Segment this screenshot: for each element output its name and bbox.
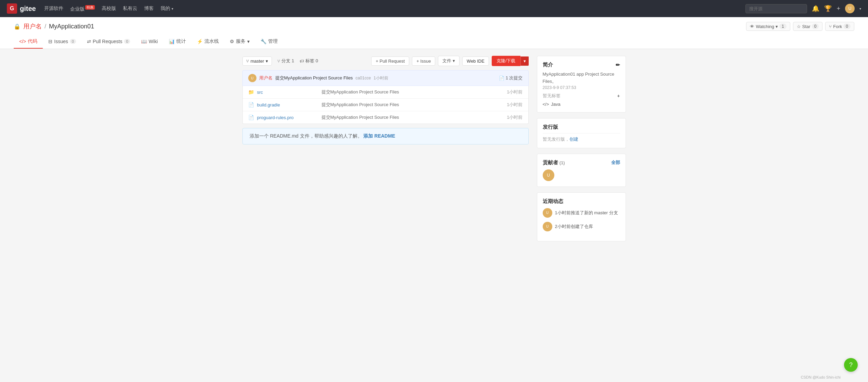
tag-icon: 🏷 [300, 59, 304, 64]
download-button[interactable]: 克隆/下载 [492, 56, 520, 66]
commit-count: 📄 1 次提交 [499, 75, 523, 81]
add-icon[interactable]: + [836, 5, 840, 12]
web-ide-button[interactable]: Web IDE [462, 56, 489, 66]
file-name-src[interactable]: src [257, 90, 319, 95]
tag-row: 暂无标签 + [543, 93, 620, 99]
no-tags-label: 暂无标签 [543, 93, 561, 99]
file-chevron-icon: ▾ [453, 58, 455, 63]
commit-time: 1小时前 [374, 75, 388, 81]
issues-icon: ⊟ [48, 39, 52, 44]
repo-header: 🔒 用户名 / MyApplication01 👁 Watching ▾ 1 ☆… [0, 17, 868, 49]
pr-icon: ⇄ [87, 39, 91, 44]
commit-author-name[interactable]: 用户名 [259, 75, 273, 81]
file-row-gradle: 📄 build.gradle 提交MyApplication Project S… [243, 99, 528, 111]
file-commit-msg-proguard: 提交MyApplication Project Source Files [322, 114, 504, 120]
tab-code[interactable]: </> 代码 [14, 35, 43, 49]
logo-text: gitee [20, 5, 36, 13]
tab-wiki[interactable]: 📖 Wiki [136, 35, 163, 49]
folder-icon: 📁 [248, 89, 254, 95]
activity-avatar-1[interactable]: U [543, 208, 552, 218]
create-release-link[interactable]: 创建 [569, 137, 578, 142]
tab-issues[interactable]: ⊟ Issues 0 [43, 35, 81, 49]
watching-button[interactable]: 👁 Watching ▾ 1 [746, 22, 790, 31]
fork-button[interactable]: ⑂ Fork 0 [825, 22, 854, 31]
star-button[interactable]: ☆ Star 0 [793, 22, 823, 31]
notification-icon[interactable]: 🔔 [812, 5, 819, 12]
nav-opensource[interactable]: 开源软件 [44, 5, 63, 12]
contributors-section: 贡献者 (1) 全部 U [537, 154, 626, 187]
repo-main: ⑂ master ▾ ⑂ 分支 1 🏷 标签 0 + Pull Request … [242, 56, 529, 247]
activity-avatar-2[interactable]: U [543, 222, 552, 231]
branch-icon: ⑂ [246, 59, 249, 64]
enterprise-badge: 特惠 [85, 5, 95, 10]
eye-icon: 👁 [750, 24, 754, 29]
language-name: Java [551, 102, 560, 107]
nav-blog[interactable]: 博客 [144, 5, 154, 12]
file-commit-msg-gradle: 提交MyApplication Project Source Files [322, 102, 504, 108]
nav-private[interactable]: 私有云 [123, 5, 137, 12]
search-input[interactable] [745, 4, 807, 13]
repo-actions: 👁 Watching ▾ 1 ☆ Star 0 ⑂ Fork 0 [746, 22, 854, 31]
file-time-gradle: 1小时前 [507, 102, 523, 108]
code-icon: </> [19, 39, 26, 44]
branch-chevron-icon: ▾ [266, 59, 268, 64]
add-tag-icon[interactable]: + [617, 93, 620, 99]
activity-section: 近期动态 U 1小时前推送了新的 master 分支 U 2小时前创建了仓库 [537, 192, 626, 241]
file-commit-msg-src: 提交MyApplication Project Source Files [322, 89, 504, 95]
file-row-proguard: 📄 proguard-rules.pro 提交MyApplication Pro… [243, 111, 528, 124]
tab-stats[interactable]: 📊 统计 [163, 35, 191, 49]
branch-left: ⑂ master ▾ ⑂ 分支 1 🏷 标签 0 [242, 56, 318, 66]
language-icon: </> [543, 102, 549, 107]
commit-header: U 用户名 提交MyApplication Project Source Fil… [242, 70, 529, 86]
file-name-proguard[interactable]: proguard-rules.pro [257, 115, 319, 120]
commit-hash: ca01cce [355, 76, 371, 80]
pull-request-button[interactable]: + Pull Request [371, 56, 409, 66]
tab-services[interactable]: ⚙ 服务 ▾ [224, 35, 255, 49]
branch-selector[interactable]: ⑂ master ▾ [242, 56, 272, 66]
repo-title-row: 🔒 用户名 / MyApplication01 👁 Watching ▾ 1 ☆… [14, 22, 854, 31]
stats-icon: 📊 [169, 39, 175, 44]
tab-pull-requests[interactable]: ⇄ Pull Requests 0 [81, 35, 136, 49]
contributor-avatars: U [543, 169, 620, 181]
release-title: 发行版 [543, 124, 620, 133]
top-navigation: G gitee 开源软件 企业版特惠 高校版 私有云 博客 我的 ▾ 🔔 🏆 +… [0, 0, 868, 17]
edit-intro-icon[interactable]: ✏ [616, 62, 620, 68]
tab-pipeline[interactable]: ⚡ 流水线 [191, 35, 224, 49]
issues-badge: 0 [70, 39, 76, 44]
repo-sidebar: 简介 ✏ MyApplication01 app Project Source … [537, 56, 626, 247]
contributor-count: (1) [559, 160, 565, 165]
branch-count: ⑂ 分支 1 [277, 58, 294, 64]
add-readme-link[interactable]: 添加 README [363, 133, 395, 139]
file-row-src: 📁 src 提交MyApplication Project Source Fil… [243, 86, 528, 99]
file-time-src: 1小时前 [507, 89, 523, 95]
gitee-logo[interactable]: G gitee [7, 3, 36, 14]
nav-links: 开源软件 企业版特惠 高校版 私有云 博客 我的 ▾ [44, 5, 738, 12]
commit-message[interactable]: 提交MyApplication Project Source Files [275, 75, 353, 81]
tab-manage[interactable]: 🔧 管理 [255, 35, 283, 49]
activity-item-2: U 2小时前创建了仓库 [543, 222, 620, 231]
tag-count: 🏷 标签 0 [300, 58, 318, 64]
issue-button[interactable]: + Issue [412, 56, 435, 66]
all-contributors-link[interactable]: 全部 [611, 160, 620, 166]
pipeline-icon: ⚡ [197, 39, 203, 44]
file-button[interactable]: 文件 ▾ [438, 56, 460, 66]
nav-mine[interactable]: 我的 ▾ [161, 5, 173, 12]
contributor-avatar[interactable]: U [543, 169, 554, 181]
nav-university[interactable]: 高校版 [102, 5, 116, 12]
branch-count-icon: ⑂ [277, 59, 280, 64]
file-table: 📁 src 提交MyApplication Project Source Fil… [242, 86, 529, 124]
file-name-gradle[interactable]: build.gradle [257, 102, 319, 107]
download-arrow-button[interactable]: ▾ [520, 56, 529, 66]
file-time-proguard: 1小时前 [507, 114, 523, 120]
star-icon: ☆ [797, 24, 801, 29]
commit-author-avatar[interactable]: U [248, 74, 256, 82]
repo-owner[interactable]: 用户名 [23, 22, 42, 30]
watching-count: 1 [779, 24, 787, 29]
file-icon-proguard: 📄 [248, 115, 254, 120]
trophy-icon[interactable]: 🏆 [824, 5, 832, 12]
commit-count-icon: 📄 [499, 76, 504, 81]
manage-icon: 🔧 [261, 39, 266, 44]
nav-enterprise[interactable]: 企业版特惠 [70, 5, 95, 12]
user-avatar[interactable]: U [845, 4, 855, 13]
watching-dropdown-icon: ▾ [776, 24, 778, 29]
